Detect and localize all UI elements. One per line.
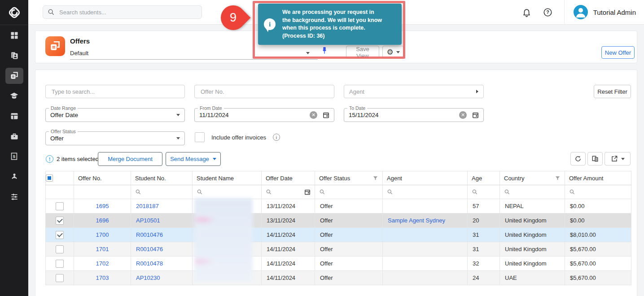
filter-cell-country[interactable] — [500, 185, 565, 199]
student-no-link[interactable]: AP10230 — [136, 274, 160, 281]
column-header-offer-status[interactable]: Offer Status — [315, 171, 383, 185]
column-header-offer-date[interactable]: Offer Date — [262, 171, 315, 185]
offer-no-input[interactable] — [200, 88, 329, 96]
view-selector-value: Default — [70, 50, 88, 57]
app-logo[interactable] — [0, 0, 28, 25]
from-date-field[interactable]: From Date 11/11/2024 ✕ — [194, 108, 334, 122]
offer-no-link[interactable]: 1700 — [96, 231, 109, 238]
cell-select[interactable] — [46, 257, 74, 271]
offer-no-link[interactable]: 1703 — [96, 274, 109, 281]
column-header-student-name[interactable]: Student Name — [193, 171, 262, 185]
row-checkbox[interactable] — [56, 231, 64, 239]
cell-select[interactable] — [46, 242, 74, 257]
row-checkbox[interactable] — [56, 217, 64, 225]
cell-select[interactable] — [46, 213, 74, 228]
sidebar-item-jobs[interactable] — [0, 126, 28, 146]
sidebar-item-applications[interactable] — [0, 106, 28, 126]
cell-country: United Kingdom — [500, 213, 565, 228]
student-no-link[interactable]: R0010476 — [136, 231, 163, 238]
row-checkbox[interactable] — [56, 245, 64, 253]
row-checkbox[interactable] — [56, 274, 64, 282]
offers-grid-card: Agent Reset Filter Date Range Offer Date… — [35, 70, 637, 296]
send-message-button[interactable]: Send Message — [166, 152, 221, 166]
filter-cell-agent[interactable] — [383, 185, 468, 199]
info-icon[interactable]: i — [273, 134, 280, 141]
clear-date-icon[interactable]: ✕ — [459, 111, 467, 119]
select-all-header[interactable] — [46, 171, 74, 185]
column-header-student-no-[interactable]: Student No. — [131, 171, 193, 185]
export-button[interactable] — [605, 152, 631, 165]
to-date-field[interactable]: To Date 15/11/2024 ✕ — [344, 108, 484, 122]
offer-status-select[interactable]: Offer Status Offer — [45, 131, 185, 145]
calendar-icon[interactable] — [304, 189, 311, 195]
filter-cell-student-name[interactable] — [193, 185, 262, 199]
layout-icon — [5, 108, 23, 124]
include-invoices-checkbox[interactable] — [195, 132, 205, 142]
calendar-icon[interactable] — [323, 112, 329, 118]
view-settings-button[interactable]: ⚙ — [382, 46, 404, 59]
agent-link[interactable]: Sample Agent Sydney — [388, 217, 445, 224]
cell-select[interactable] — [46, 228, 74, 242]
search-icon — [387, 189, 393, 195]
filter-cell-age[interactable] — [468, 185, 500, 199]
date-range-select[interactable]: Date Range Offer Date — [45, 108, 185, 122]
offer-no-link[interactable]: 1695 — [96, 203, 109, 209]
refresh-button[interactable] — [570, 152, 586, 165]
filter-cell-offer-amount[interactable] — [565, 185, 631, 199]
sidebar-item-students[interactable] — [0, 45, 28, 65]
select-all-checkbox[interactable] — [46, 174, 53, 182]
offer-no-link[interactable]: 1702 — [96, 260, 109, 267]
sidebar-item-settings[interactable] — [0, 187, 28, 207]
column-chooser-button[interactable] — [587, 152, 603, 165]
column-header-agent[interactable]: Agent — [383, 171, 468, 185]
column-header-country[interactable]: Country — [500, 171, 565, 185]
offer-no-link[interactable]: 1701 — [96, 246, 109, 252]
column-header-age[interactable]: Age — [468, 171, 500, 185]
sidebar-item-invoices[interactable]: $ — [0, 146, 28, 166]
new-offer-button[interactable]: New Offer — [601, 46, 635, 59]
merge-document-button[interactable]: Merge Document — [98, 152, 162, 166]
column-header-offer-amount[interactable]: Offer Amount — [565, 171, 631, 185]
view-selector[interactable]: Default — [70, 47, 318, 60]
student-no-link[interactable]: R0010478 — [136, 260, 163, 267]
sidebar-item-offers[interactable] — [0, 65, 28, 86]
notifications-bell-icon[interactable] — [522, 8, 531, 17]
clear-date-icon[interactable]: ✕ — [310, 111, 317, 119]
filter-funnel-icon[interactable] — [555, 175, 561, 181]
filter-cell-select[interactable] — [46, 185, 74, 199]
filter-cell-offer-no-[interactable] — [74, 185, 131, 199]
filter-cell-offer-status[interactable] — [315, 185, 383, 199]
filter-cell-offer-date[interactable] — [262, 185, 315, 199]
reset-filter-button[interactable]: Reset Filter — [594, 85, 631, 98]
calendar-icon[interactable] — [472, 112, 479, 118]
student-no-link[interactable]: AP10501 — [136, 217, 160, 224]
cell-offer-amount: $5,670.00 — [565, 271, 631, 285]
row-checkbox[interactable] — [56, 260, 64, 268]
sidebar-item-courses[interactable] — [0, 86, 28, 106]
sidebar-item-dashboard[interactable] — [0, 25, 28, 45]
search-input[interactable] — [58, 9, 197, 16]
cell-select[interactable] — [46, 271, 74, 285]
student-no-link[interactable]: 2018187 — [136, 203, 159, 209]
filter-cell-student-no-[interactable] — [131, 185, 193, 199]
offer-no-link[interactable]: 1696 — [96, 217, 109, 224]
grid-search-field[interactable] — [45, 85, 185, 98]
sidebar-item-agents[interactable] — [0, 166, 28, 187]
search-icon — [135, 189, 141, 195]
student-no-link[interactable]: R0010476 — [136, 246, 163, 252]
help-icon[interactable]: ? — [543, 8, 552, 17]
global-search[interactable] — [43, 5, 202, 19]
pin-view-icon[interactable] — [321, 46, 328, 57]
row-checkbox[interactable] — [56, 202, 64, 210]
table-row: 1695201818713/11/2024Offer57NEPAL$0.00 — [46, 199, 631, 213]
agent-dropdown[interactable]: Agent — [344, 85, 484, 98]
selection-status: ! 2 items selected — [46, 155, 99, 163]
user-name[interactable]: Tutorial Admin — [593, 9, 636, 16]
user-avatar[interactable] — [574, 5, 588, 19]
cell-select[interactable] — [46, 199, 74, 213]
save-view-button[interactable]: Save View — [346, 46, 379, 59]
filter-funnel-icon[interactable] — [372, 175, 378, 181]
column-header-offer-no-[interactable]: Offer No. — [74, 171, 131, 185]
offer-no-field[interactable] — [194, 85, 334, 98]
grid-search-input[interactable] — [51, 88, 180, 96]
